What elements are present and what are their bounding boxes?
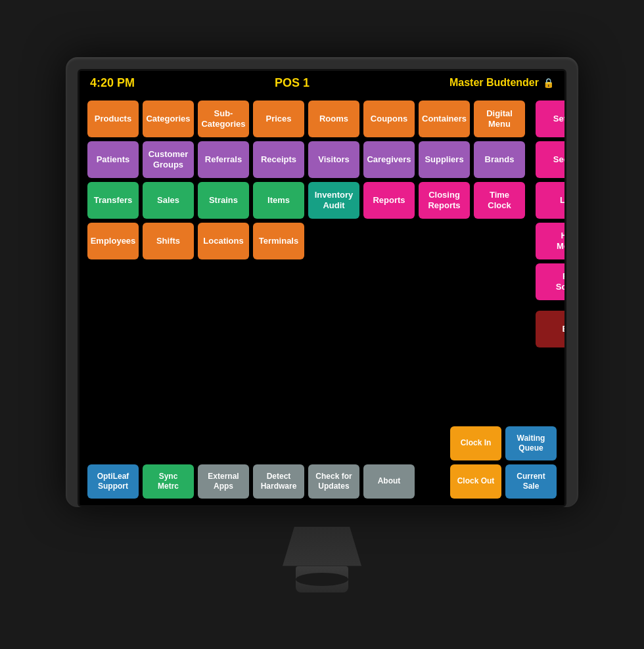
grid-row-1: Products Categories Sub-Categories Price… (87, 101, 525, 137)
customer-groups-button[interactable]: CustomerGroups (143, 141, 194, 178)
check-updates-button[interactable]: Check forUpdates (308, 464, 359, 499)
optileaf-support-button[interactable]: OptiLeafSupport (87, 464, 139, 499)
containers-button[interactable]: Containers (419, 101, 470, 137)
grid-row-2: Patients CustomerGroups Referrals Receip… (87, 141, 525, 178)
bottom-right-buttons: Clock In WaitingQueue Clock Out CurrentS… (450, 426, 557, 499)
sync-metrc-button[interactable]: SyncMetrc (143, 464, 194, 499)
lock-icon: 🔒 (543, 78, 554, 88)
terminals-button[interactable]: Terminals (253, 223, 304, 259)
reports-button[interactable]: Reports (363, 182, 415, 219)
waiting-queue-button[interactable]: WaitingQueue (505, 426, 557, 460)
patients-button[interactable]: Patients (87, 141, 139, 178)
brands-button[interactable]: Brands (474, 141, 525, 178)
security-button[interactable]: Security (536, 141, 566, 178)
grid-row-4: Employees Shifts Locations Terminals (87, 223, 525, 259)
digital-menu-button[interactable]: DigitalMenu (474, 101, 525, 137)
bottom-bar: OptiLeafSupport SyncMetrc ExternalApps D… (80, 426, 564, 505)
about-button[interactable]: About (363, 464, 415, 499)
status-bar: 4:20 PM POS 1 Master Budtender 🔒 (80, 71, 564, 95)
clock-in-button[interactable]: Clock In (450, 426, 501, 460)
full-screen-button[interactable]: FullScreen (536, 263, 566, 300)
external-apps-button[interactable]: ExternalApps (198, 464, 249, 499)
button-grid: Products Categories Sub-Categories Price… (87, 101, 525, 347)
pos-display: POS 1 (275, 76, 310, 90)
categories-button[interactable]: Categories (143, 101, 194, 137)
rooms-button[interactable]: Rooms (308, 101, 359, 137)
bottom-left-buttons: OptiLeafSupport SyncMetrc ExternalApps D… (87, 464, 415, 499)
caregivers-button[interactable]: Caregivers (363, 141, 415, 178)
suppliers-button[interactable]: Suppliers (419, 141, 470, 178)
logs-button[interactable]: Logs (536, 182, 566, 219)
monitor-stand-base (296, 566, 348, 593)
exit-button[interactable]: Exit (536, 311, 566, 347)
user-display: Master Budtender 🔒 (449, 77, 554, 89)
right-panel: Settings Security Logs HideMouse FullScr… (536, 101, 566, 347)
monitor-outer: 4:20 PM POS 1 Master Budtender 🔒 Product… (66, 57, 578, 507)
detect-hardware-button[interactable]: DetectHardware (253, 464, 304, 499)
employees-button[interactable]: Employees (87, 223, 139, 259)
monitor-stand-neck (283, 527, 361, 566)
clock-row-1: Clock In WaitingQueue (450, 426, 557, 460)
closing-reports-button[interactable]: ClosingReports (419, 182, 470, 219)
visitors-button[interactable]: Visitors (308, 141, 359, 178)
shifts-button[interactable]: Shifts (143, 223, 194, 259)
sales-button[interactable]: Sales (143, 182, 194, 219)
clock-out-button[interactable]: Clock Out (450, 464, 501, 499)
stand-oval (296, 573, 348, 586)
time-display: 4:20 PM (90, 76, 135, 90)
user-name: Master Budtender (449, 77, 539, 89)
coupons-button[interactable]: Coupons (363, 101, 415, 137)
receipts-button[interactable]: Receipts (253, 141, 304, 178)
locations-button[interactable]: Locations (198, 223, 249, 259)
content-area: Products Categories Sub-Categories Price… (80, 95, 564, 347)
inventory-audit-button[interactable]: InventoryAudit (308, 182, 359, 219)
transfers-button[interactable]: Transfers (87, 182, 139, 219)
products-button[interactable]: Products (87, 101, 139, 137)
sub-categories-button[interactable]: Sub-Categories (198, 101, 249, 137)
spacer (80, 347, 564, 426)
time-clock-button[interactable]: TimeClock (474, 182, 525, 219)
strains-button[interactable]: Strains (198, 182, 249, 219)
clock-row-2: Clock Out CurrentSale (450, 464, 557, 499)
referrals-button[interactable]: Referrals (198, 141, 249, 178)
monitor-container: 4:20 PM POS 1 Master Budtender 🔒 Product… (66, 57, 578, 593)
items-button[interactable]: Items (253, 182, 304, 219)
hide-mouse-button[interactable]: HideMouse (536, 223, 566, 259)
grid-row-3: Transfers Sales Strains Items InventoryA… (87, 182, 525, 219)
settings-button[interactable]: Settings (536, 101, 566, 137)
prices-button[interactable]: Prices (253, 101, 304, 137)
screen: 4:20 PM POS 1 Master Budtender 🔒 Product… (78, 69, 566, 507)
current-sale-button[interactable]: CurrentSale (505, 464, 557, 499)
